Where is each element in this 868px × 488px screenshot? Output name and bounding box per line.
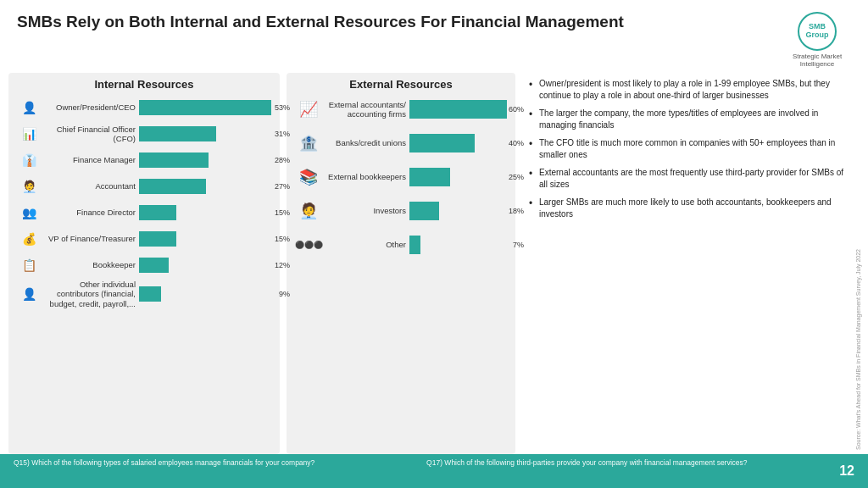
logo-circle: SMBGroup bbox=[798, 12, 837, 51]
note-item: External accountants are the most freque… bbox=[529, 167, 853, 191]
main-content: Internal Resources 👤 Owner/President/CEO… bbox=[0, 73, 868, 454]
bar-icon: 🧑‍💼 bbox=[17, 175, 41, 198]
ext-bar-label: Investors bbox=[326, 206, 406, 215]
bar-fill bbox=[139, 231, 176, 247]
bar-fill bbox=[139, 205, 176, 220]
notes-panel: Owner/president is most likely to play a… bbox=[522, 73, 860, 454]
external-bar-row: 🧑‍💼 Investors 18% bbox=[295, 197, 507, 225]
bar-label: Owner/President/CEO bbox=[44, 103, 136, 112]
ext-bar-container: 7% bbox=[409, 236, 507, 254]
bar-icon: 📊 bbox=[17, 122, 41, 146]
note-item: Larger SMBs are much more likely to use … bbox=[529, 197, 853, 220]
bar-pct: 15% bbox=[275, 235, 290, 243]
ext-bar-fill bbox=[409, 168, 450, 186]
internal-bar-row: 💰 VP of Finance/Treasurer 15% bbox=[17, 227, 271, 251]
bar-icon: 💰 bbox=[17, 227, 41, 251]
note-item: Owner/president is most likely to play a… bbox=[529, 78, 853, 102]
bar-label: Other individual contributors (financial… bbox=[44, 280, 136, 308]
bar-fill bbox=[139, 179, 206, 194]
bar-icon: 👥 bbox=[17, 201, 41, 225]
bar-label: Finance Director bbox=[44, 208, 136, 217]
bar-fill bbox=[139, 100, 271, 115]
source-note: Source: What's Ahead for SMBs in Financi… bbox=[855, 136, 861, 450]
bar-icon: 👤 bbox=[17, 282, 41, 306]
external-panel: External Resources 📈 External accountant… bbox=[287, 73, 515, 454]
notes-list: Owner/president is most likely to play a… bbox=[529, 78, 853, 220]
ext-bar-fill bbox=[409, 202, 439, 220]
bar-pct: 9% bbox=[279, 290, 290, 298]
external-title: External Resources bbox=[295, 78, 507, 91]
bar-pct: 15% bbox=[275, 208, 290, 217]
internal-title: Internal Resources bbox=[17, 78, 271, 91]
bar-container: 12% bbox=[139, 258, 271, 273]
internal-panel: Internal Resources 👤 Owner/President/CEO… bbox=[8, 73, 280, 454]
ext-bar-icon: 🧑‍💼 bbox=[295, 197, 322, 225]
ext-bar-icon: 📚 bbox=[295, 164, 322, 191]
internal-bar-row: 📊 Chief Financial Officer (CFO) 31% bbox=[17, 122, 271, 146]
bar-container: 9% bbox=[139, 286, 271, 302]
bar-fill bbox=[139, 126, 216, 141]
external-bar-row: 📚 External bookkeepers 25% bbox=[295, 164, 507, 191]
bar-icon: 👔 bbox=[17, 148, 41, 172]
ext-bar-pct: 60% bbox=[509, 105, 524, 114]
bar-label: Chief Financial Officer (CFO) bbox=[44, 125, 136, 144]
external-bar-row: 🏦 Banks/credit unions 40% bbox=[295, 130, 507, 157]
ext-bar-icon: 📈 bbox=[295, 96, 322, 123]
bar-container: 27% bbox=[139, 179, 271, 194]
ext-bar-icon: 🏦 bbox=[295, 130, 322, 157]
ext-bar-label: External bookkeepers bbox=[326, 172, 406, 181]
footer: Q15) Which of the following types of sal… bbox=[0, 454, 868, 488]
bar-fill bbox=[139, 258, 169, 273]
internal-bar-row: 📋 Bookkeeper 12% bbox=[17, 253, 271, 277]
ext-bar-label: External accountants/ accounting firms bbox=[326, 100, 406, 119]
bar-pct: 12% bbox=[275, 261, 290, 269]
bar-container: 15% bbox=[139, 205, 271, 220]
bar-container: 31% bbox=[139, 126, 271, 141]
bar-container: 15% bbox=[139, 231, 271, 247]
ext-bar-label: Banks/credit unions bbox=[326, 138, 406, 147]
bar-label: VP of Finance/Treasurer bbox=[44, 234, 136, 243]
bar-label: Finance Manager bbox=[44, 155, 136, 164]
note-item: The larger the company, the more types/t… bbox=[529, 108, 853, 131]
page-title: SMBs Rely on Both Internal and External … bbox=[17, 12, 624, 33]
header: SMBs Rely on Both Internal and External … bbox=[0, 0, 868, 73]
bar-pct: 53% bbox=[275, 103, 290, 112]
internal-bar-row: 👤 Other individual contributors (financi… bbox=[17, 280, 271, 308]
bar-container: 28% bbox=[139, 152, 271, 168]
internal-bar-row: 🧑‍💼 Accountant 27% bbox=[17, 175, 271, 198]
ext-bar-pct: 18% bbox=[509, 207, 524, 215]
bar-container: 53% bbox=[139, 100, 271, 115]
note-item: The CFO title is much more common in com… bbox=[529, 137, 853, 161]
ext-bar-fill bbox=[409, 100, 507, 119]
external-bar-row: 📈 External accountants/ accounting firms… bbox=[295, 96, 507, 123]
bar-pct: 28% bbox=[275, 156, 290, 164]
bar-label: Accountant bbox=[44, 181, 136, 191]
logo-subtext: Strategic MarketIntelligence bbox=[793, 53, 842, 68]
ext-bar-container: 25% bbox=[409, 168, 507, 186]
ext-bar-fill bbox=[409, 236, 420, 254]
internal-bar-row: 👔 Finance Manager 28% bbox=[17, 148, 271, 172]
ext-bar-container: 40% bbox=[409, 134, 507, 152]
bar-label: Bookkeeper bbox=[44, 260, 136, 269]
bar-icon: 📋 bbox=[17, 253, 41, 277]
page-number: 12 bbox=[839, 463, 854, 479]
ext-bar-pct: 40% bbox=[509, 139, 524, 147]
footer-q1: Q15) Which of the following types of sal… bbox=[14, 458, 401, 469]
bar-pct: 27% bbox=[275, 182, 290, 191]
internal-bar-row: 👤 Owner/President/CEO 53% bbox=[17, 96, 271, 119]
ext-bar-container: 18% bbox=[409, 202, 507, 220]
footer-q2: Q17) Which of the following third-partie… bbox=[426, 458, 814, 469]
bar-icon: 👤 bbox=[17, 96, 41, 119]
internal-bar-row: 👥 Finance Director 15% bbox=[17, 201, 271, 225]
logo: SMBGroup Strategic MarketIntelligence bbox=[783, 12, 851, 68]
ext-bar-label: Other bbox=[326, 240, 406, 249]
ext-bar-container: 60% bbox=[409, 100, 507, 119]
external-bar-row: ⚫⚫⚫ Other 7% bbox=[295, 231, 507, 258]
bar-fill bbox=[139, 152, 209, 168]
ext-bar-icon: ⚫⚫⚫ bbox=[295, 231, 322, 258]
ext-bar-pct: 7% bbox=[513, 241, 524, 249]
ext-bar-pct: 25% bbox=[509, 173, 524, 181]
ext-bar-fill bbox=[409, 134, 475, 152]
bar-fill bbox=[139, 286, 161, 302]
bar-pct: 31% bbox=[275, 130, 290, 138]
